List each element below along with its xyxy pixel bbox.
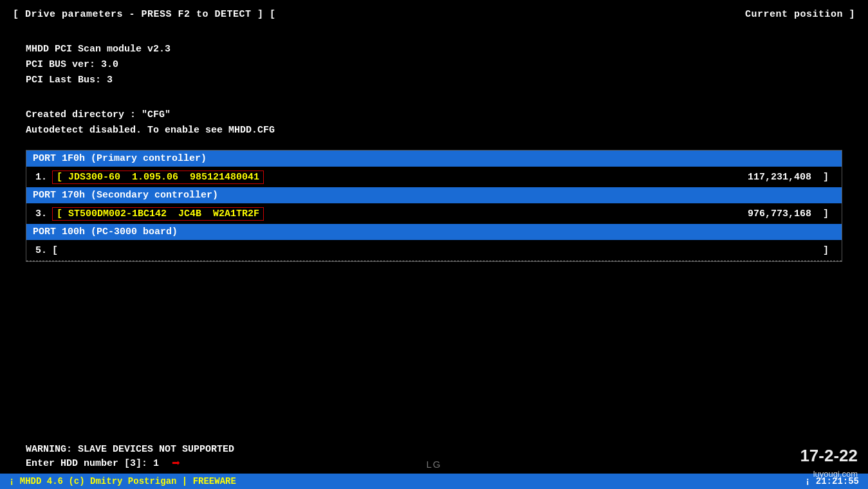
drive-size-2: 976,773,168 ] bbox=[748, 208, 842, 219]
footer-bar: ¡ MHDD 4.6 (c) Dmitry Postrigan | FREEWA… bbox=[0, 474, 868, 489]
drive-row-1: 1. [ JDS300-60 1.095.06 985121480041 117… bbox=[26, 167, 842, 187]
port-row-1: PORT 1F0h (Primary controller) bbox=[26, 151, 842, 167]
info-line1: MHDD PCI Scan module v2.3 bbox=[26, 42, 842, 57]
info-block: MHDD PCI Scan module v2.3 PCI BUS ver: 3… bbox=[26, 42, 842, 88]
drive-num-3: 5. bbox=[26, 245, 52, 256]
separator bbox=[26, 261, 842, 261]
drive-info-1: [ JDS300-60 1.095.06 985121480041 bbox=[52, 171, 264, 184]
info-line2: PCI BUS ver: 3.0 bbox=[26, 57, 842, 73]
watermark-site: luyouqi.com bbox=[813, 469, 858, 479]
screen: [ Drive parameters - PRESS F2 to DETECT … bbox=[0, 0, 868, 489]
lg-logo: LG bbox=[426, 459, 441, 470]
info-line3: PCI Last Bus: 3 bbox=[26, 73, 842, 88]
port-label-3: PORT 100h (PC-3000 board) bbox=[33, 226, 178, 237]
drive-info-3: [ bbox=[52, 245, 58, 256]
header-left: [ Drive parameters - PRESS F2 to DETECT … bbox=[13, 9, 276, 20]
port-row-2: PORT 170h (Secondary controller) bbox=[26, 187, 842, 203]
drive-info-2: [ ST500DM002-1BC142 JC4B W2A1TR2F bbox=[52, 207, 264, 221]
drive-size-3: ] bbox=[215, 245, 842, 256]
watermark-date: 17-2-22 bbox=[800, 446, 858, 466]
drive-row-2: 3. [ ST500DM002-1BC142 JC4B W2A1TR2F 976… bbox=[26, 203, 842, 224]
drive-num-1: 1. bbox=[26, 172, 52, 183]
drive-num-2: 3. bbox=[26, 208, 52, 219]
main-content: MHDD PCI Scan module v2.3 PCI BUS ver: 3… bbox=[0, 24, 868, 441]
directory-line2: Autodetect disabled. To enable see MHDD.… bbox=[26, 123, 842, 138]
drive-size-1: 117,231,408 ] bbox=[748, 172, 842, 183]
drive-entry-1: [ JDS300-60 1.095.06 985121480041 bbox=[52, 171, 264, 184]
footer-left: ¡ MHDD 4.6 (c) Dmitry Postrigan | FREEWA… bbox=[9, 476, 236, 486]
header-right: Current position ] bbox=[745, 9, 855, 20]
warning-line: WARNING: SLAVE DEVICES NOT SUPPORTED bbox=[26, 444, 842, 455]
port-row-3: PORT 100h (PC-3000 board) bbox=[26, 224, 842, 240]
drive-list: PORT 1F0h (Primary controller) 1. [ JDS3… bbox=[26, 150, 842, 262]
port-label-2: PORT 170h (Secondary controller) bbox=[33, 190, 218, 201]
enter-prompt: Enter HDD number [3]: 1 bbox=[26, 458, 159, 469]
directory-line1: Created directory : "CFG" bbox=[26, 107, 842, 123]
directory-block: Created directory : "CFG" Autodetect dis… bbox=[26, 107, 842, 138]
drive-entry-2: [ ST500DM002-1BC142 JC4B W2A1TR2F bbox=[52, 207, 264, 221]
arrow-icon: ➡ bbox=[172, 455, 180, 472]
header-bar: [ Drive parameters - PRESS F2 to DETECT … bbox=[0, 5, 868, 24]
drive-row-3: 5. [ ] bbox=[26, 240, 842, 261]
port-label-1: PORT 1F0h (Primary controller) bbox=[33, 153, 207, 164]
